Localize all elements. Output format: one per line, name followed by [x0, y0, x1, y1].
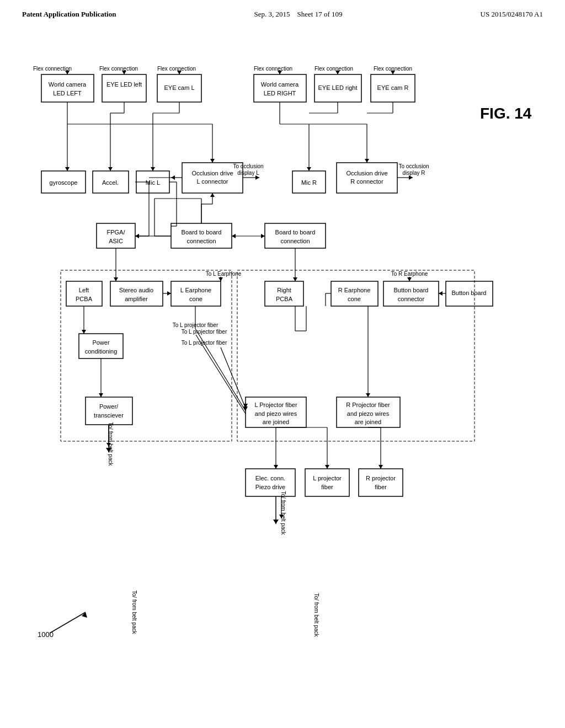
svg-marker-41 [108, 167, 113, 171]
patent-diagram: FIG. 14 1000 World camera LED LEFT EYE L… [0, 33, 565, 728]
svg-rect-66 [265, 223, 326, 248]
svg-marker-11 [65, 71, 70, 74]
svg-rect-6 [254, 74, 306, 102]
r-proj-fiber-box: R Projector fiber [346, 402, 390, 408]
svg-marker-13 [122, 71, 126, 74]
svg-text:ASIC: ASIC [109, 238, 123, 244]
patent-number: US 2015/0248170 A1 [481, 10, 543, 19]
eye-led-left-box: EYE LED left [106, 81, 142, 88]
svg-marker-70 [261, 234, 265, 238]
l-proj-fiber-box: L Projector fiber [254, 402, 297, 408]
svg-marker-69 [232, 234, 236, 238]
svg-rect-2 [41, 74, 94, 102]
svg-line-106 [196, 335, 246, 414]
svg-rect-4 [102, 74, 146, 102]
flex-conn-5: Flex connection [315, 66, 353, 72]
svg-text:and piezo wires: and piezo wires [347, 410, 390, 417]
svg-rect-71 [66, 281, 102, 306]
stereo-audio-box: Stereo audio [119, 287, 153, 293]
svg-text:connection: connection [186, 238, 216, 244]
diagram-area: FIG. 14 1000 World camera LED LEFT EYE L… [0, 33, 565, 728]
svg-line-136 [221, 347, 246, 408]
left-pcba-box: Left [79, 287, 89, 293]
svg-rect-81 [383, 281, 439, 306]
svg-marker-21 [391, 71, 395, 74]
page-header: Patent Application Publication Sep. 3, 2… [0, 0, 565, 19]
svg-marker-130 [171, 175, 175, 180]
svg-line-0 [50, 612, 86, 633]
svg-text:LED LEFT: LED LEFT [53, 90, 82, 97]
svg-marker-114 [293, 277, 297, 281]
svg-rect-73 [110, 281, 163, 306]
svg-marker-39 [65, 167, 70, 171]
svg-rect-62 [97, 223, 135, 248]
svg-marker-120 [167, 291, 171, 296]
svg-text:PCBA: PCBA [76, 296, 93, 302]
mic-r-box: Mic R [301, 179, 317, 186]
svg-marker-17 [278, 71, 282, 74]
to-occlusion-r: To occlusion [398, 163, 429, 169]
svg-rect-79 [331, 281, 378, 306]
figure-label: FIG. 14 [480, 105, 532, 122]
svg-text:conditioning: conditioning [85, 348, 118, 355]
svg-text:Piezo drive: Piezo drive [255, 484, 285, 490]
svg-marker-15 [177, 71, 182, 74]
svg-marker-35 [409, 175, 413, 180]
belt-pack-right: To/ from belt pack [313, 593, 319, 638]
svg-marker-45 [210, 159, 215, 163]
svg-marker-142 [325, 465, 329, 469]
svg-text:connection: connection [280, 238, 310, 244]
world-cam-left-box: World camera [49, 81, 87, 88]
earphone-cone-r-box: R Earphone [338, 287, 371, 293]
gyroscope-box: gyroscope [50, 179, 78, 186]
svg-text:connector: connector [398, 296, 425, 302]
svg-rect-104 [359, 469, 403, 496]
flex-conn-2: Flex connection [99, 66, 138, 72]
right-pcba-box: Right [277, 287, 291, 293]
world-cam-right-box: World camera [261, 81, 299, 88]
svg-rect-75 [171, 281, 221, 306]
button-board-box: Button board [452, 290, 487, 296]
eye-cam-l-box: EYE cam L [164, 84, 194, 91]
svg-rect-92 [86, 397, 132, 425]
board-to-board-l-box: Board to board [182, 229, 222, 235]
l-projector-fiber-box: L projector [313, 475, 342, 481]
mic-l-box: Mic L [146, 179, 160, 186]
svg-rect-64 [171, 223, 232, 248]
to-r-earphone-label: To R Earphone [391, 271, 428, 277]
r-projector-fiber-box: R projector [366, 475, 396, 481]
svg-marker-147 [366, 393, 370, 397]
eye-cam-r-box: EYE cam R [377, 84, 409, 91]
svg-text:fiber: fiber [375, 484, 387, 490]
publication-label: Patent Application Publication [22, 10, 116, 19]
svg-rect-102 [305, 469, 349, 496]
svg-marker-116 [82, 330, 86, 334]
svg-marker-108 [114, 277, 118, 281]
svg-marker-29 [255, 175, 259, 180]
to-l-proj-fiber-label: To L projector fiber [182, 329, 227, 335]
to-l-proj-label: To L projector fiber [182, 340, 227, 346]
svg-marker-168 [135, 234, 139, 238]
svg-text:are joined: are joined [355, 419, 381, 425]
flex-conn-4: Flex connection [254, 66, 292, 72]
svg-text:amplifier: amplifier [125, 296, 148, 302]
svg-text:are joined: are joined [263, 419, 289, 425]
svg-text:and piezo wires: and piezo wires [255, 410, 297, 417]
elec-conn-box: Elec. conn. [255, 475, 285, 481]
svg-marker-112 [210, 193, 215, 197]
svg-marker-145 [379, 465, 383, 469]
earphone-cone-l-box: L Earphone [180, 287, 211, 293]
button-board-connector-box: Button board [394, 287, 429, 293]
svg-text:R connector: R connector [350, 178, 383, 185]
ref-number: 1000 [38, 630, 54, 639]
svg-text:transciever: transciever [94, 412, 124, 419]
svg-marker-43 [151, 167, 155, 171]
svg-text:cone: cone [348, 296, 361, 302]
svg-text:cone: cone [189, 296, 202, 302]
flex-conn-3: Flex connection [157, 66, 196, 72]
date-sheet: Sep. 3, 2015 Sheet 17 of 109 [254, 10, 343, 19]
svg-marker-89 [439, 291, 443, 296]
power-conditioning-box: Power [92, 339, 110, 346]
svg-marker-139 [274, 465, 278, 469]
eye-led-right-box: EYE LED right [318, 84, 358, 91]
